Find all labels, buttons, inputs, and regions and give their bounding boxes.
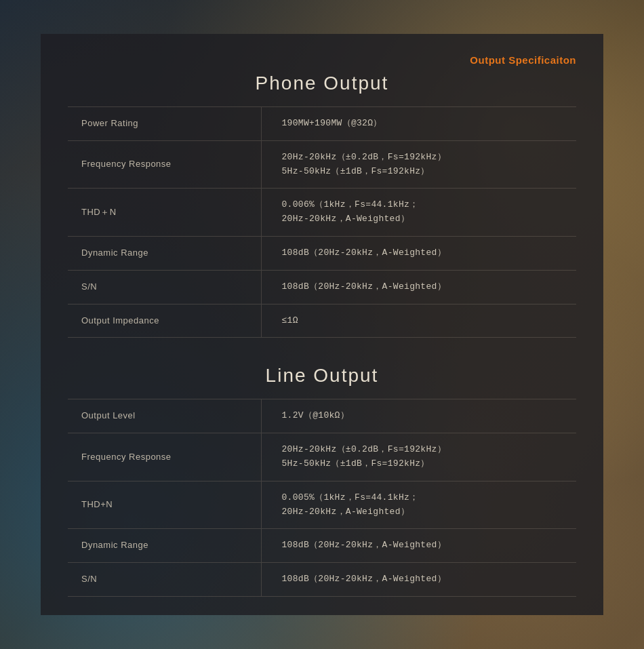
main-panel: Output Specificaiton Phone Output Power … <box>41 34 603 615</box>
table-row: Output Level1.2V（@10kΩ） <box>68 399 576 433</box>
table-row: S/N108dB（20Hz-20kHz，A-Weighted） <box>68 563 576 597</box>
table-row: Output Impedance≤1Ω <box>68 304 576 338</box>
spec-label: Dynamic Range <box>68 236 261 270</box>
spec-label: THD＋N <box>68 189 261 237</box>
table-row: THD＋N0.006%（1kHz，Fs=44.1kHz；20Hz-20kHz，A… <box>68 189 576 237</box>
spec-value: 108dB（20Hz-20kHz，A-Weighted） <box>261 270 576 304</box>
table-row: S/N108dB（20Hz-20kHz，A-Weighted） <box>68 270 576 304</box>
spec-label: Dynamic Range <box>68 529 261 563</box>
spec-label: Frequency Response <box>68 433 261 481</box>
table-row: THD+N0.005%（1kHz，Fs=44.1kHz；20Hz-20kHz，A… <box>68 481 576 529</box>
output-spec-label: Output Specificaiton <box>68 54 576 66</box>
table-row: Power Rating190MW+190MW（@32Ω） <box>68 107 576 141</box>
spec-value: 108dB（20Hz-20kHz，A-Weighted） <box>261 236 576 270</box>
spec-value: ≤1Ω <box>261 304 576 338</box>
spec-value: 190MW+190MW（@32Ω） <box>261 107 576 141</box>
spec-label: S/N <box>68 563 261 597</box>
spec-label: Output Impedance <box>68 304 261 338</box>
spec-label: Frequency Response <box>68 140 261 189</box>
spec-label: S/N <box>68 270 261 304</box>
spec-value: 1.2V（@10kΩ） <box>261 399 576 433</box>
spec-value: 20Hz-20kHz（±0.2dB，Fs=192kHz）5Hz-50kHz（±1… <box>261 140 576 189</box>
spec-value: 20Hz-20kHz（±0.2dB，Fs=192kHz）5Hz-50kHz（±1… <box>261 433 576 481</box>
phone-output-table: Power Rating190MW+190MW（@32Ω）Frequency R… <box>68 106 576 338</box>
spec-label: Power Rating <box>68 107 261 141</box>
table-row: Frequency Response20Hz-20kHz（±0.2dB，Fs=1… <box>68 140 576 189</box>
line-output-table: Output Level1.2V（@10kΩ）Frequency Respons… <box>68 399 576 597</box>
spec-label: THD+N <box>68 481 261 529</box>
spec-label: Output Level <box>68 399 261 433</box>
spec-value: 108dB（20Hz-20kHz，A-Weighted） <box>261 529 576 563</box>
spec-value: 0.006%（1kHz，Fs=44.1kHz；20Hz-20kHz，A-Weig… <box>261 189 576 237</box>
table-row: Dynamic Range108dB（20Hz-20kHz，A-Weighted… <box>68 529 576 563</box>
spec-value: 0.005%（1kHz，Fs=44.1kHz；20Hz-20kHz，A-Weig… <box>261 481 576 529</box>
line-output-title: Line Output <box>68 365 576 387</box>
phone-output-title: Phone Output <box>68 73 576 94</box>
table-row: Frequency Response20Hz-20kHz（±0.2dB，Fs=1… <box>68 433 576 481</box>
table-row: Dynamic Range108dB（20Hz-20kHz，A-Weighted… <box>68 236 576 270</box>
spec-value: 108dB（20Hz-20kHz，A-Weighted） <box>261 563 576 597</box>
